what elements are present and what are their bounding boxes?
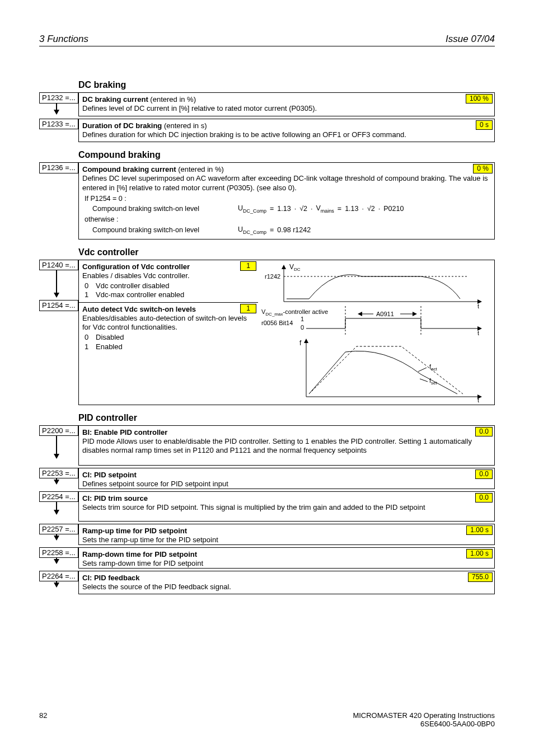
default-p1240: 1 <box>240 261 256 271</box>
title-p2258: Ramp-down time for PID setpoint <box>82 550 197 558</box>
svg-text:0: 0 <box>301 324 304 331</box>
section-pid: PID controller <box>39 413 495 423</box>
formula-block: If P1254 = 0 : Compound braking switch-o… <box>85 195 491 236</box>
section-dc-braking: DC braking <box>39 80 495 90</box>
row-p2264: P2264 =... 755.0 CI: PID feedback Select… <box>39 571 495 595</box>
title-p2200: BI: Enable PID controller <box>82 428 167 436</box>
box-p2254: 0.0 CI: PID trim source Selects trim sou… <box>78 491 495 522</box>
box-p2200: 0.0 BI: Enable PID controller PID mode A… <box>78 425 495 466</box>
row-p1232: P1232 =... 100 % DC braking current (ent… <box>39 92 495 116</box>
param-p2200: P2200 =... <box>39 425 78 436</box>
default-p2254: 0.0 <box>475 493 493 503</box>
title-p2253: CI: PID setpoint <box>82 471 137 479</box>
param-p1240: P1240 =... <box>39 260 78 271</box>
svg-line-33 <box>418 368 427 372</box>
page-footer: 82 MICROMASTER 420 Operating Instruction… <box>39 711 495 728</box>
default-p2257: 1.00 s <box>466 525 493 535</box>
page-number: 82 <box>39 711 47 728</box>
param-p2257: P2257 =... <box>39 524 78 535</box>
box-vdc: 1 Configuration of Vdc controller Enable… <box>78 260 495 405</box>
svg-text:r0056 Bit14: r0056 Bit14 <box>261 320 293 326</box>
svg-text:VDC: VDC <box>289 263 301 272</box>
default-p1254: 1 <box>240 304 256 313</box>
vdc-graph: VDC r1242 t VDC_max-controller active A0… <box>258 260 494 405</box>
arrow-down-icon <box>54 536 59 541</box>
svg-text:t: t <box>477 397 479 402</box>
row-vdc: P1240 =... P1254 =... 1 Configuration of… <box>39 260 495 405</box>
default-p2258: 1.00 s <box>466 549 493 558</box>
row-p2257: P2257 =... 1.00 s Ramp-up time for PID s… <box>39 524 495 545</box>
row-p2253: P2253 =... 0.0 CI: PID setpoint Defines … <box>39 468 495 489</box>
title-p1232: DC braking current <box>82 95 148 104</box>
svg-marker-27 <box>304 339 308 343</box>
arrow-down-icon <box>54 110 59 115</box>
title-p1236: Compound braking current <box>82 165 176 173</box>
desc-p2200: PID mode Allows user to enable/disable t… <box>82 437 472 454</box>
default-p1232: 100 % <box>466 94 493 104</box>
title-p1233: Duration of DC braking <box>82 121 162 130</box>
default-p1236: 0 % <box>473 164 493 173</box>
row-p1236: P1236 =... 0 % Compound braking current … <box>39 162 495 240</box>
desc-p2254: Selects trim source for PID setpoint. Th… <box>82 503 425 511</box>
row-p2200: P2200 =... 0.0 BI: Enable PID controller… <box>39 425 495 466</box>
svg-text:fact: fact <box>429 363 438 372</box>
box-p2264: 755.0 CI: PID feedback Selects the sourc… <box>78 571 495 595</box>
page: 3 Functions Issue 07/04 DC braking P1232… <box>0 0 534 756</box>
vdc-graph-svg: VDC r1242 t VDC_max-controller active A0… <box>261 262 485 402</box>
svg-marker-1 <box>282 265 286 269</box>
desc-p1240: Enables / disables Vdc controller. <box>82 271 190 280</box>
desc-p2253: Defines setpoint source for PID setpoint… <box>82 480 228 488</box>
param-p1233: P1233 =... <box>39 119 78 130</box>
svg-text:1: 1 <box>301 316 304 322</box>
param-p2258: P2258 =... <box>39 547 78 558</box>
param-p2254: P2254 =... <box>39 491 78 503</box>
desc-p2264: Selects the source of the PID feedback s… <box>82 583 231 591</box>
svg-text:fset: fset <box>429 377 438 386</box>
section-vdc: Vdc controller <box>39 247 495 257</box>
svg-text:t: t <box>477 330 479 336</box>
param-p1236: P1236 =... <box>39 162 78 173</box>
row-p2254: P2254 =... 0.0 CI: PID trim source Selec… <box>39 491 495 522</box>
row-p1233: P1233 =... 0 s Duration of DC braking (e… <box>39 119 495 143</box>
svg-line-35 <box>420 379 428 382</box>
arrow-down-icon <box>54 480 59 485</box>
title-p2264: CI: PID feedback <box>82 574 140 582</box>
box-p1232: 100 % DC braking current (entered in %) … <box>78 92 495 116</box>
box-p2253: 0.0 CI: PID setpoint Defines setpoint so… <box>78 468 495 489</box>
param-p2253: P2253 =... <box>39 468 78 479</box>
header-left: 3 Functions <box>39 34 88 45</box>
svg-text:f: f <box>299 339 302 347</box>
title-p1254: Auto detect Vdc switch-on levels <box>82 305 196 313</box>
desc-p1236: Defines DC level superimposed on AC wave… <box>82 174 488 191</box>
page-header: 3 Functions Issue 07/04 <box>39 34 495 46</box>
default-p2264: 755.0 <box>468 572 493 582</box>
desc-p1254: Enables/disables auto-detection of switc… <box>82 314 247 331</box>
desc-p2258: Sets ramp-down time for PID setpoint <box>82 559 203 567</box>
svg-marker-15 <box>413 312 417 316</box>
param-p1232: P1232 =... <box>39 92 78 104</box>
box-p1233: 0 s Duration of DC braking (entered in s… <box>78 119 495 143</box>
title-p2257: Ramp-up time for PID setpoint <box>82 527 187 535</box>
arrow-down-icon <box>54 454 59 459</box>
default-p1233: 0 s <box>476 120 493 130</box>
footer-line1: MICROMASTER 420 Operating Instructions <box>353 711 495 720</box>
svg-marker-12 <box>358 312 362 316</box>
param-p2264: P2264 =... <box>39 571 78 582</box>
footer-line2: 6SE6400-5AA00-0BP0 <box>420 720 495 728</box>
svg-text:r1242: r1242 <box>265 273 280 280</box>
default-p2200: 0.0 <box>475 427 493 436</box>
section-compound-braking: Compound braking <box>39 150 495 160</box>
title-p1240: Configuration of Vdc controller <box>82 262 190 271</box>
box-p2257: 1.00 s Ramp-up time for PID setpoint Set… <box>78 524 495 545</box>
arrow-down-icon <box>54 293 59 298</box>
title-p2254: CI: PID trim source <box>82 494 148 503</box>
arrow-down-icon <box>54 583 59 588</box>
box-p1236: 0 % Compound braking current (entered in… <box>78 162 495 240</box>
box-p2258: 1.00 s Ramp-down time for PID setpoint S… <box>78 547 495 569</box>
svg-text:VDC_max-controller active: VDC_max-controller active <box>261 308 328 317</box>
desc-p2257: Sets the ramp-up time for the PID setpoi… <box>82 536 218 544</box>
desc-p1233: Defines duration for which DC injection … <box>82 130 406 139</box>
arrow-down-icon <box>54 510 59 515</box>
svg-text:t: t <box>477 303 479 309</box>
arrow-down-icon <box>54 559 59 564</box>
